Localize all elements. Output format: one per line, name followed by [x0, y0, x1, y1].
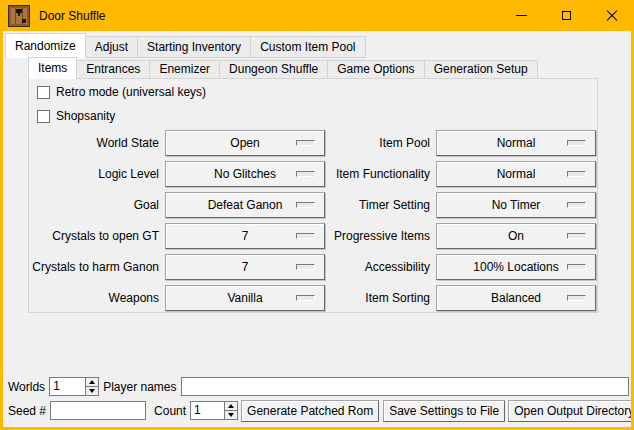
- tab-custom-item-pool[interactable]: Custom Item Pool: [250, 36, 365, 58]
- tab-game-options[interactable]: Game Options: [327, 60, 424, 79]
- maximize-button[interactable]: [544, 0, 589, 31]
- tab-randomize[interactable]: Randomize: [5, 33, 86, 58]
- accessibility-value: 100% Locations: [473, 260, 558, 274]
- titlebar[interactable]: Door Shuffle: [0, 0, 634, 31]
- accessibility-dropdown[interactable]: 100% Locations: [436, 254, 596, 280]
- worlds-stepper-arrows: [85, 378, 98, 395]
- goal-label: Goal: [134, 192, 159, 218]
- retro-mode-label: Retro mode (universal keys): [56, 85, 206, 99]
- item-sorting-label: Item Sorting: [365, 285, 430, 311]
- down-arrow-icon[interactable]: [225, 411, 237, 419]
- crystals-harm-ganon-dropdown[interactable]: 7: [165, 254, 325, 280]
- app-icon: [8, 5, 30, 27]
- close-button[interactable]: [589, 0, 634, 31]
- items-pane: Retro mode (universal keys) Shopsanity W…: [28, 78, 598, 313]
- player-names-input[interactable]: [181, 377, 630, 396]
- world-state-value: Open: [230, 136, 259, 150]
- dropdown-indicator-icon: [567, 171, 586, 177]
- tab-dungeon-shuffle[interactable]: Dungeon Shuffle: [219, 60, 328, 79]
- weapons-label: Weapons: [109, 285, 159, 311]
- crystals-open-gt-label: Crystals to open GT: [52, 223, 159, 249]
- down-arrow-icon[interactable]: [86, 387, 98, 395]
- world-state-label: World State: [97, 130, 159, 156]
- dropdown-indicator-icon: [567, 202, 586, 208]
- maximize-icon: [562, 11, 571, 20]
- tab-generation-setup[interactable]: Generation Setup: [424, 60, 538, 79]
- tab-enemizer[interactable]: Enemizer: [149, 60, 220, 79]
- dropdown-indicator-icon: [296, 264, 315, 270]
- logic-level-dropdown[interactable]: No Glitches: [165, 161, 325, 187]
- generate-patched-rom-button[interactable]: Generate Patched Rom: [241, 400, 379, 422]
- count-label: Count: [154, 404, 186, 418]
- up-arrow-icon[interactable]: [86, 378, 98, 387]
- progressive-items-value: On: [508, 229, 524, 243]
- up-arrow-icon[interactable]: [225, 402, 237, 411]
- window-border: [0, 0, 3, 430]
- dropdown-indicator-icon: [567, 264, 586, 270]
- minimize-icon: [516, 15, 527, 16]
- progressive-items-dropdown[interactable]: On: [436, 223, 596, 249]
- tab-entrances[interactable]: Entrances: [76, 60, 150, 79]
- crystals-harm-ganon-value: 7: [242, 260, 249, 274]
- count-value: 1: [191, 402, 224, 419]
- progressive-items-label: Progressive Items: [334, 223, 430, 249]
- retro-mode-row: Retro mode (universal keys): [37, 85, 206, 99]
- accessibility-label: Accessibility: [365, 254, 430, 280]
- bottom-row-2: Seed # Count 1 Generate Patched Rom Save…: [8, 399, 628, 422]
- timer-setting-dropdown[interactable]: No Timer: [436, 192, 596, 218]
- logic-level-label: Logic Level: [98, 161, 159, 187]
- goal-value: Defeat Ganon: [208, 198, 283, 212]
- open-output-directory-button[interactable]: Open Output Directory: [508, 400, 634, 422]
- crystals-open-gt-value: 7: [242, 229, 249, 243]
- retro-mode-checkbox[interactable]: [37, 86, 50, 99]
- bottom-row-1: Worlds 1 Player names: [8, 376, 629, 397]
- save-settings-button[interactable]: Save Settings to File: [383, 400, 505, 422]
- item-pool-dropdown[interactable]: Normal: [436, 130, 596, 156]
- weapons-value: Vanilla: [227, 291, 262, 305]
- shopsanity-label: Shopsanity: [56, 109, 115, 123]
- worlds-value: 1: [50, 378, 85, 395]
- item-functionality-dropdown[interactable]: Normal: [436, 161, 596, 187]
- count-stepper-arrows: [224, 402, 237, 419]
- tab-adjust[interactable]: Adjust: [85, 36, 138, 58]
- worlds-stepper[interactable]: 1: [49, 377, 99, 396]
- window-title: Door Shuffle: [39, 9, 106, 23]
- tab-starting-inventory[interactable]: Starting Inventory: [137, 36, 251, 58]
- dropdown-indicator-icon: [296, 202, 315, 208]
- dropdown-indicator-icon: [296, 171, 315, 177]
- world-state-dropdown[interactable]: Open: [165, 130, 325, 156]
- count-stepper[interactable]: 1: [190, 401, 238, 420]
- crystals-harm-ganon-label: Crystals to harm Ganon: [32, 254, 159, 280]
- timer-setting-label: Timer Setting: [359, 192, 430, 218]
- inner-tab-bar: Items Entrances Enemizer Dungeon Shuffle…: [28, 57, 537, 79]
- dropdown-indicator-icon: [567, 233, 586, 239]
- dropdown-indicator-icon: [296, 295, 315, 301]
- item-pool-value: Normal: [497, 136, 536, 150]
- item-sorting-dropdown[interactable]: Balanced: [436, 285, 596, 311]
- outer-tab-bar: Randomize Adjust Starting Inventory Cust…: [5, 33, 365, 58]
- item-sorting-value: Balanced: [491, 291, 541, 305]
- seed-input[interactable]: [50, 401, 146, 420]
- timer-setting-value: No Timer: [492, 198, 541, 212]
- minimize-button[interactable]: [499, 0, 544, 31]
- item-functionality-label: Item Functionality: [336, 161, 430, 187]
- dropdown-indicator-icon: [567, 295, 586, 301]
- worlds-label: Worlds: [8, 380, 45, 394]
- dropdown-indicator-icon: [296, 140, 315, 146]
- weapons-dropdown[interactable]: Vanilla: [165, 285, 325, 311]
- close-icon: [606, 10, 618, 22]
- tab-items[interactable]: Items: [28, 57, 77, 79]
- logic-level-value: No Glitches: [214, 167, 276, 181]
- item-functionality-value: Normal: [497, 167, 536, 181]
- crystals-open-gt-dropdown[interactable]: 7: [165, 223, 325, 249]
- goal-dropdown[interactable]: Defeat Ganon: [165, 192, 325, 218]
- seed-label: Seed #: [8, 404, 46, 418]
- caption-buttons: [499, 0, 634, 31]
- shopsanity-checkbox[interactable]: [37, 110, 50, 123]
- item-pool-label: Item Pool: [379, 130, 430, 156]
- dropdown-indicator-icon: [296, 233, 315, 239]
- door-shuffle-window: Door Shuffle Randomize Adjust Starting I…: [0, 0, 634, 430]
- dropdown-indicator-icon: [567, 140, 586, 146]
- player-names-label: Player names: [103, 380, 176, 394]
- shopsanity-row: Shopsanity: [37, 109, 115, 123]
